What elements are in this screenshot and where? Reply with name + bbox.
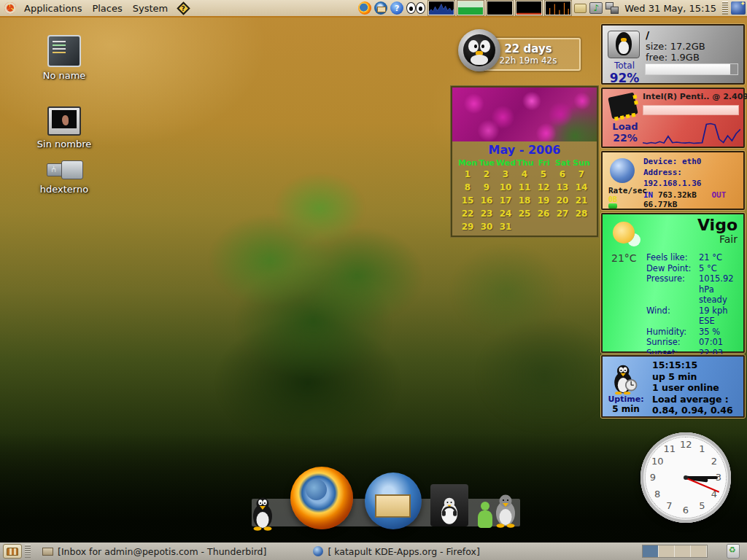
dock-messenger-launcher[interactable] <box>478 490 520 528</box>
calendar-widget[interactable]: May - 2006 MonTueWedThuFriSatSun 1234567… <box>451 86 598 237</box>
calendar-date[interactable]: 31 <box>496 220 515 233</box>
calendar-date[interactable]: 19 <box>534 194 553 207</box>
load-monitor-applet[interactable] <box>516 1 542 15</box>
calendar-date[interactable]: 2 <box>477 168 496 181</box>
calendar-date[interactable]: 16 <box>477 194 496 207</box>
calendar-date[interactable]: 8 <box>458 181 477 194</box>
uptime-widget[interactable]: Uptime: 5 min 15:15:15up 5 min1 user onl… <box>601 355 745 418</box>
calendar-date[interactable]: 24 <box>496 207 515 220</box>
calendar-dates-grid: 1234567891011121314151617181920212223242… <box>452 168 597 233</box>
calendar-date[interactable]: 28 <box>572 207 591 220</box>
calendar-date[interactable]: 9 <box>477 181 496 194</box>
tux-medallion-icon[interactable] <box>458 29 500 71</box>
workspace-1[interactable] <box>643 545 659 557</box>
weather-detail-row: steady <box>646 295 738 306</box>
calendar-date[interactable]: 23 <box>477 207 496 220</box>
desktop-icon-hdexterno[interactable]: hdexterno <box>24 159 104 195</box>
network-monitor-widget[interactable]: Device: eth0 Address: 192.168.1.36 IN 76… <box>601 151 745 210</box>
task-firefox[interactable]: [ katapult KDE-Apps.org - Firefox] <box>307 545 485 559</box>
calendar-date[interactable]: 17 <box>496 194 515 207</box>
analog-clock-widget[interactable]: 123456789101112 <box>640 432 731 523</box>
panel-clock[interactable]: Wed 31 May, 15:15 <box>622 3 719 14</box>
taskbar-drag-handle[interactable] <box>25 545 31 558</box>
workspace-4[interactable] <box>691 545 707 557</box>
calendar-day-name: Tue <box>477 158 496 168</box>
desklets-tray-icon[interactable] <box>731 1 746 15</box>
menu-item[interactable]: System <box>128 1 173 15</box>
weather-detail-label: Feels like: <box>646 252 699 263</box>
dock-music-player-launcher[interactable] <box>430 484 468 526</box>
network-device: Device: eth0 <box>643 156 739 167</box>
disk-total-percent: 92% <box>608 71 640 85</box>
desktop-icon-sin-nombre[interactable]: Sin nombre <box>24 106 104 149</box>
calendar-date[interactable]: 6 <box>553 168 572 181</box>
disk-usage-widget[interactable]: / size: 17.2GB free: 1.9GB Total 92% <box>601 24 745 85</box>
workspace-3[interactable] <box>675 545 691 557</box>
usb-drive-icon <box>45 159 83 181</box>
calendar-date[interactable]: 22 <box>458 207 477 220</box>
calendar-date[interactable]: 1 <box>458 168 477 181</box>
window-selector-icon[interactable] <box>605 2 619 14</box>
notes-applet-icon[interactable] <box>574 4 587 13</box>
uptime-line: Load average : <box>652 394 739 405</box>
menu-item[interactable]: Applications <box>19 1 87 15</box>
workspace-switcher <box>642 545 708 558</box>
calendar-date[interactable]: 12 <box>534 181 553 194</box>
calendar-date[interactable]: 30 <box>477 220 496 233</box>
calendar-date[interactable]: 27 <box>553 207 572 220</box>
globe-icon <box>610 158 635 183</box>
firefox-launcher-icon[interactable] <box>358 1 371 15</box>
calendar-day-name: Fri <box>535 158 554 168</box>
network-activity-led <box>608 203 617 209</box>
memory-monitor-applet[interactable] <box>457 1 484 15</box>
xeyes-applet[interactable] <box>406 2 425 14</box>
bottom-taskbar: [Inbox for admin@pepotis.com - Thunderbi… <box>0 542 747 560</box>
dock-firefox-launcher[interactable] <box>290 467 353 529</box>
show-desktop-button[interactable] <box>3 544 22 559</box>
weather-detail-value: 1015.92 hPa <box>699 273 738 295</box>
weather-detail-label: Humidity: <box>646 327 699 338</box>
music-applet-icon[interactable]: ♪ <box>589 2 603 14</box>
dock-thunderbird-launcher[interactable] <box>365 472 422 529</box>
help-badge-icon[interactable]: ? <box>177 1 190 15</box>
task-thunderbird[interactable]: [Inbox for admin@pepotis.com - Thunderbi… <box>36 545 272 559</box>
calendar-date[interactable]: 21 <box>572 194 591 207</box>
calendar-date[interactable]: 18 <box>515 194 534 207</box>
disk-total-label: Total <box>608 61 640 71</box>
calendar-date[interactable]: 10 <box>496 181 515 194</box>
clock-numeral: 10 <box>651 456 663 467</box>
desktop-icon-no-name[interactable]: No name <box>24 35 104 81</box>
panel-drag-handle[interactable] <box>722 1 728 15</box>
calendar-date[interactable]: 25 <box>515 207 534 220</box>
ubuntu-logo-icon[interactable] <box>4 2 16 14</box>
cpu-monitor-widget[interactable]: Intel(R) Penti.. @ 2.409 GHz Load 22% <box>601 88 745 148</box>
help-launcher-icon[interactable]: ? <box>390 1 403 15</box>
calendar-date[interactable]: 5 <box>534 168 553 181</box>
workspace-2[interactable] <box>659 545 675 557</box>
weather-detail-row: Feels like: 21 °C <box>646 252 738 263</box>
uptime-short: 5 min <box>605 404 646 414</box>
clock-numeral: 6 <box>680 505 692 516</box>
weather-widget[interactable]: Vigo Fair 21°C Feels like: 21 °C Dew Poi… <box>601 213 745 353</box>
thunderbird-launcher-icon[interactable] <box>374 1 387 15</box>
calendar-date[interactable]: 11 <box>515 181 534 194</box>
menu-item[interactable]: Places <box>87 1 127 15</box>
calendar-date[interactable]: 7 <box>572 168 591 181</box>
dock-tux-launcher[interactable] <box>248 496 277 531</box>
network-address: Address: 192.168.1.36 <box>643 167 739 189</box>
calendar-date[interactable]: 4 <box>515 168 534 181</box>
calendar-date[interactable]: 3 <box>496 168 515 181</box>
calendar-date[interactable]: 15 <box>458 194 477 207</box>
trash-icon[interactable] <box>727 544 740 559</box>
clock-numeral: 9 <box>647 472 659 483</box>
network-monitor-applet[interactable] <box>487 1 513 15</box>
calendar-day-headers: MonTueWedThuFriSatSun <box>452 158 597 168</box>
calendar-date[interactable]: 20 <box>553 194 572 207</box>
calendar-date[interactable]: 14 <box>572 181 591 194</box>
weather-detail-value: 35 % <box>699 327 738 338</box>
disk-monitor-applet[interactable] <box>545 1 571 15</box>
cpu-monitor-applet[interactable] <box>428 1 454 15</box>
calendar-date[interactable]: 26 <box>534 207 553 220</box>
calendar-date[interactable]: 13 <box>553 181 572 194</box>
calendar-date[interactable]: 29 <box>458 220 477 233</box>
